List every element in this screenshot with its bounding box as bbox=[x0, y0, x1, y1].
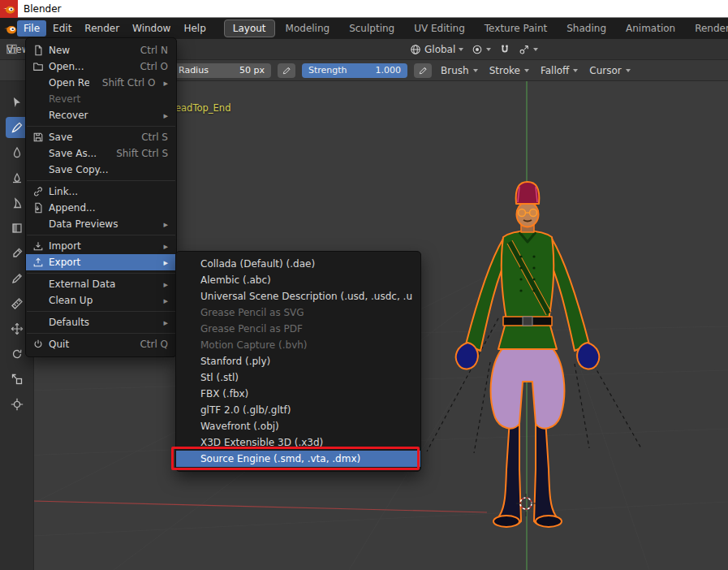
strength-pressure-toggle[interactable] bbox=[414, 63, 432, 78]
menu-separator bbox=[27, 311, 175, 312]
radius-value: 50 px bbox=[239, 65, 265, 76]
strength-slider[interactable]: Strength 1.000 bbox=[302, 63, 407, 78]
stylus-pressure-icon bbox=[418, 66, 428, 76]
cursor-popover[interactable]: Cursor bbox=[587, 65, 632, 76]
measure-ruler-icon bbox=[11, 297, 24, 310]
file-menu-item-clean-up[interactable]: Clean Up ▸ bbox=[26, 292, 176, 309]
tab-shading[interactable]: Shading bbox=[558, 19, 615, 37]
chevron-down-icon bbox=[473, 69, 478, 72]
export-menu-item-grease-pencil-svg[interactable]: Grease Pencil as SVG bbox=[176, 304, 420, 321]
export-menu-item-grease-pencil-pdf[interactable]: Grease Pencil as PDF bbox=[176, 321, 420, 337]
export-icon bbox=[31, 256, 45, 269]
window-titlebar[interactable]: Blender bbox=[0, 0, 728, 18]
export-menu-item-gltf[interactable]: glTF 2.0 (.glb/.gltf) bbox=[176, 402, 420, 418]
radius-label: Radius bbox=[179, 65, 209, 76]
header-right-controls: Global bbox=[410, 39, 538, 60]
link-icon bbox=[31, 185, 45, 198]
export-menu-item-collada[interactable]: Collada (Default) (.dae) bbox=[176, 256, 420, 272]
file-menu-item-export[interactable]: Export ▸ bbox=[26, 254, 176, 270]
save-icon bbox=[31, 131, 45, 144]
brush-popover[interactable]: Brush bbox=[438, 65, 480, 76]
file-menu-item-data-previews[interactable]: Data Previews ▸ bbox=[26, 216, 176, 232]
file-menu-dropdown: New Ctrl N Open... Ctrl O Open Recent Sh… bbox=[25, 37, 177, 357]
file-menu-item-defaults[interactable]: Defaults ▸ bbox=[26, 314, 176, 330]
move-tool-icon bbox=[11, 322, 24, 335]
blender-menu-icon[interactable] bbox=[3, 22, 17, 36]
file-menu-item-open-recent[interactable]: Open Recent Shift Ctrl O ▸ bbox=[26, 75, 176, 91]
editor-type-icon[interactable] bbox=[6, 43, 18, 55]
menu-edit[interactable]: Edit bbox=[46, 20, 78, 37]
power-icon bbox=[31, 338, 45, 351]
tab-layout[interactable]: Layout bbox=[224, 19, 275, 37]
eyedropper-icon bbox=[11, 247, 24, 260]
blender-logo-icon bbox=[2, 2, 15, 15]
file-menu-item-quit[interactable]: Quit Ctrl Q bbox=[26, 336, 176, 352]
file-menu-item-new[interactable]: New Ctrl N bbox=[26, 42, 176, 58]
character-model[interactable] bbox=[446, 177, 612, 534]
submenu-arrow-icon: ▸ bbox=[163, 219, 168, 230]
menu-file[interactable]: File bbox=[17, 20, 46, 37]
blur-brush-icon bbox=[11, 146, 24, 159]
3d-cursor-tool-icon bbox=[11, 398, 24, 411]
file-menu-item-recover[interactable]: Recover ▸ bbox=[26, 107, 176, 123]
top-menubar: File Edit Render Window Help Layout Mode… bbox=[0, 18, 728, 39]
menu-render[interactable]: Render bbox=[78, 20, 126, 37]
stylus-pressure-icon bbox=[282, 66, 291, 76]
chevron-down-icon bbox=[486, 48, 491, 51]
snap-settings-dropdown[interactable] bbox=[519, 44, 538, 55]
file-menu-item-link[interactable]: Link... bbox=[26, 184, 176, 200]
submenu-arrow-icon: ▸ bbox=[163, 78, 168, 89]
tab-uv-editing[interactable]: UV Editing bbox=[405, 19, 474, 37]
menu-separator bbox=[27, 333, 175, 334]
export-menu-item-stanford-ply[interactable]: Stanford (.ply) bbox=[176, 353, 420, 369]
file-menu-item-save-copy[interactable]: Save Copy... bbox=[26, 162, 176, 178]
submenu-arrow-icon: ▸ bbox=[163, 110, 168, 121]
export-menu-item-motion-capture[interactable]: Motion Capture (.bvh) bbox=[176, 337, 420, 353]
chevron-down-icon bbox=[524, 69, 529, 72]
transform-orientation-dropdown[interactable]: Global bbox=[410, 44, 463, 55]
file-menu-item-save[interactable]: Save Ctrl S bbox=[26, 129, 176, 145]
menu-window[interactable]: Window bbox=[126, 20, 177, 37]
file-menu-item-external-data[interactable]: External Data ▸ bbox=[26, 276, 176, 292]
folder-icon bbox=[31, 60, 45, 73]
export-menu-item-wavefront-obj[interactable]: Wavefront (.obj) bbox=[176, 418, 420, 434]
tab-rendering[interactable]: Rendering bbox=[686, 19, 728, 37]
submenu-arrow-icon: ▸ bbox=[163, 296, 168, 306]
brush-label: Brush bbox=[441, 65, 469, 76]
radius-pressure-toggle[interactable] bbox=[278, 63, 295, 78]
stroke-popover[interactable]: Stroke bbox=[487, 65, 532, 76]
cursor-label: Cursor bbox=[589, 65, 621, 76]
file-menu-item-save-as[interactable]: Save As... Shift Ctrl S bbox=[26, 145, 176, 162]
export-menu-item-fbx[interactable]: FBX (.fbx) bbox=[176, 386, 420, 402]
radius-slider[interactable]: Radius 50 px bbox=[172, 63, 271, 78]
export-menu-item-alembic[interactable]: Alembic (.abc) bbox=[176, 272, 420, 288]
cursor-tool-button[interactable] bbox=[6, 394, 28, 415]
gradient-tool-icon bbox=[11, 222, 24, 235]
tab-sculpting[interactable]: Sculpting bbox=[340, 19, 403, 37]
export-menu-item-usd[interactable]: Universal Scene Description (.usd, .usdc… bbox=[176, 288, 420, 304]
smear-brush-icon bbox=[11, 196, 24, 209]
snap-toggle[interactable] bbox=[499, 44, 510, 55]
snap-to-icon bbox=[519, 44, 530, 55]
menu-separator bbox=[27, 126, 175, 127]
file-menu-item-append[interactable]: Append... bbox=[26, 200, 176, 216]
export-submenu: Collada (Default) (.dae) Alembic (.abc) … bbox=[175, 251, 421, 472]
import-icon bbox=[31, 240, 45, 253]
3d-cursor-icon bbox=[510, 486, 542, 518]
orientation-label: Global bbox=[424, 44, 455, 55]
file-menu-item-import[interactable]: Import ▸ bbox=[26, 238, 176, 254]
file-menu-item-open[interactable]: Open... Ctrl O bbox=[26, 58, 176, 75]
menu-separator bbox=[27, 180, 175, 181]
strength-label: Strength bbox=[308, 65, 347, 76]
tab-animation[interactable]: Animation bbox=[617, 19, 684, 37]
falloff-popover[interactable]: Falloff bbox=[538, 65, 580, 76]
tab-modeling[interactable]: Modeling bbox=[277, 19, 339, 37]
scale-tool-button[interactable] bbox=[6, 369, 28, 390]
export-menu-item-stl[interactable]: Stl (.stl) bbox=[176, 369, 420, 386]
bone-name-label: eadTop_End bbox=[175, 102, 230, 114]
file-menu-item-revert[interactable]: Revert bbox=[26, 91, 176, 107]
tab-texture-paint[interactable]: Texture Paint bbox=[476, 19, 556, 37]
menu-help[interactable]: Help bbox=[177, 20, 212, 37]
pivot-point-dropdown[interactable] bbox=[472, 44, 491, 55]
chevron-down-icon bbox=[459, 48, 463, 51]
